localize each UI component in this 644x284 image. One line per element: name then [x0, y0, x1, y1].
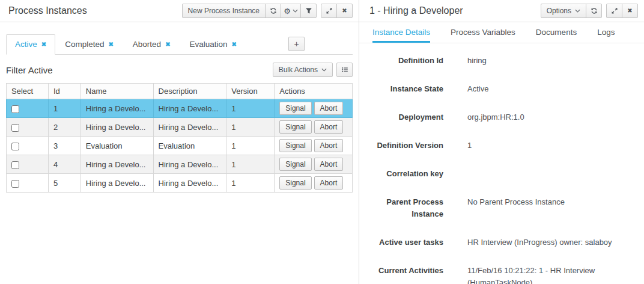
table-header-row: Select Id Name Description Version Actio… [7, 84, 353, 99]
expand-icon [326, 7, 333, 14]
cell-description: Hiring a Develo... [153, 155, 226, 174]
tab-documents[interactable]: Documents [536, 22, 577, 43]
field-value [467, 168, 615, 180]
chevron-down-icon [293, 9, 298, 13]
expand-panel-button[interactable] [321, 4, 337, 18]
abort-button[interactable]: Abort [314, 176, 344, 190]
col-name: Name [80, 84, 153, 99]
row-select-checkbox[interactable] [11, 124, 19, 132]
detail-row-parent-process-instance: Parent Process Instance No Parent Proces… [369, 196, 644, 220]
signal-button[interactable]: Signal [279, 176, 311, 190]
field-label: Deployment [369, 111, 443, 123]
table-row[interactable]: 1 Hiring a Develo... Hiring a Develo... … [7, 99, 353, 118]
field-value: org.jbpm:HR:1.0 [467, 111, 615, 123]
refresh-button[interactable] [586, 4, 602, 18]
tab-process-variables[interactable]: Process Variables [451, 22, 515, 43]
instance-title: 1 - Hiring a Developer [369, 5, 463, 16]
close-panel-button[interactable]: ✖ [622, 4, 638, 18]
abort-button[interactable]: Abort [314, 102, 344, 115]
abort-button[interactable]: Abort [314, 158, 344, 171]
close-icon: ✖ [342, 8, 347, 14]
tab-instance-details[interactable]: Instance Details [372, 22, 430, 43]
refresh-icon [591, 7, 598, 14]
col-description: Description [153, 84, 226, 99]
table-row[interactable]: 4 Hiring a Develo... Hiring a Develo... … [7, 155, 353, 174]
tab-active[interactable]: Active ✖ [6, 34, 55, 55]
page-title: Process Instances [8, 5, 87, 16]
bulk-actions-dropdown[interactable]: Bulk Actions [273, 63, 333, 77]
cell-name: Hiring a Develo... [80, 99, 153, 118]
close-panel-button[interactable]: ✖ [336, 4, 353, 18]
chevron-down-icon [321, 68, 327, 72]
chevron-down-icon [575, 9, 580, 13]
tab-completed[interactable]: Completed ✖ [56, 35, 122, 54]
abort-button[interactable]: Abort [314, 120, 344, 134]
close-tab-icon[interactable]: ✖ [41, 41, 46, 48]
cell-version: 1 [226, 174, 275, 193]
tab-aborted[interactable]: Aborted ✖ [124, 35, 179, 54]
tab-evaluation[interactable]: Evaluation ✖ [181, 35, 245, 54]
detail-row-current-activities: Current Activities 11/Feb/16 10:21:22: 1… [369, 265, 644, 284]
expand-panel-button[interactable] [606, 4, 622, 18]
field-value: No Parent Process Instance [467, 196, 615, 220]
field-label: Parent Process Instance [369, 196, 443, 220]
field-value: Active [467, 83, 615, 95]
cell-name: Hiring a Develo... [80, 155, 153, 174]
field-label: Current Activities [369, 265, 443, 284]
cell-id: 2 [48, 118, 80, 137]
row-select-checkbox[interactable] [11, 105, 19, 113]
cell-version: 1 [226, 118, 275, 137]
cell-id: 4 [48, 155, 80, 174]
refresh-button[interactable] [265, 4, 281, 18]
cell-description: Hiring a Develo... [153, 174, 226, 193]
col-id: Id [48, 84, 80, 99]
tab-label: Evaluation [190, 40, 228, 49]
field-label: Definition Version [369, 140, 443, 152]
tab-label: Aborted [133, 40, 161, 49]
cell-name: Hiring a Develo... [80, 118, 153, 137]
settings-dropdown-button[interactable]: ⚙ [281, 4, 301, 18]
field-value: 1 [467, 140, 615, 152]
signal-button[interactable]: Signal [279, 102, 311, 115]
filter-icon [305, 7, 312, 14]
field-value: 11/Feb/16 10:21:22: 1 - HR Interview (Hu… [467, 265, 615, 284]
abort-button[interactable]: Abort [314, 139, 344, 152]
field-label: Instance State [369, 83, 443, 95]
detail-row-instance-state: Instance State Active [369, 83, 644, 95]
detail-row-correlation-key: Correlation key [369, 168, 644, 180]
tab-label: Active [15, 40, 37, 49]
instance-details-form: Definition Id hiring Instance State Acti… [359, 43, 644, 284]
detail-row-definition-id: Definition Id hiring [369, 55, 644, 67]
close-tab-icon[interactable]: ✖ [232, 41, 237, 48]
signal-button[interactable]: Signal [279, 158, 311, 171]
table-row[interactable]: 2 Hiring a Develo... Hiring a Develo... … [7, 118, 353, 137]
column-settings-button[interactable] [336, 63, 353, 77]
row-select-checkbox[interactable] [11, 161, 19, 169]
signal-button[interactable]: Signal [279, 120, 311, 134]
instance-details-panel: 1 - Hiring a Developer Options ✖ Instanc… [359, 0, 644, 284]
detail-row-definition-version: Definition Version 1 [369, 140, 644, 152]
table-row[interactable]: 3 Evaluation Evaluation 1 SignalAbort [7, 137, 353, 155]
close-tab-icon[interactable]: ✖ [165, 41, 170, 48]
options-dropdown[interactable]: Options [541, 4, 586, 18]
options-label: Options [547, 7, 571, 15]
col-select: Select [7, 84, 49, 99]
cell-version: 1 [226, 137, 275, 155]
filter-button[interactable] [300, 4, 317, 18]
row-select-checkbox[interactable] [11, 180, 19, 188]
tab-logs[interactable]: Logs [597, 22, 615, 43]
cell-id: 3 [48, 137, 80, 155]
row-select-checkbox[interactable] [11, 143, 19, 150]
field-value: HR Interview (InProgress) owner: salaboy [467, 236, 615, 248]
add-filter-tab-button[interactable]: + [288, 37, 305, 51]
close-tab-icon[interactable]: ✖ [108, 41, 113, 48]
process-instances-header: Process Instances New Process Instance ⚙… [0, 0, 359, 22]
cell-version: 1 [226, 99, 275, 118]
cell-description: Evaluation [153, 137, 226, 155]
detail-row-deployment: Deployment org.jbpm:HR:1.0 [369, 111, 644, 123]
detail-tabs: Instance Details Process Variables Docum… [359, 22, 644, 43]
table-row[interactable]: 5 Hiring a Develo... Hiring a Develo... … [7, 174, 353, 193]
field-label: Active user tasks [369, 236, 443, 248]
signal-button[interactable]: Signal [279, 139, 311, 152]
new-process-instance-button[interactable]: New Process Instance [182, 4, 266, 18]
